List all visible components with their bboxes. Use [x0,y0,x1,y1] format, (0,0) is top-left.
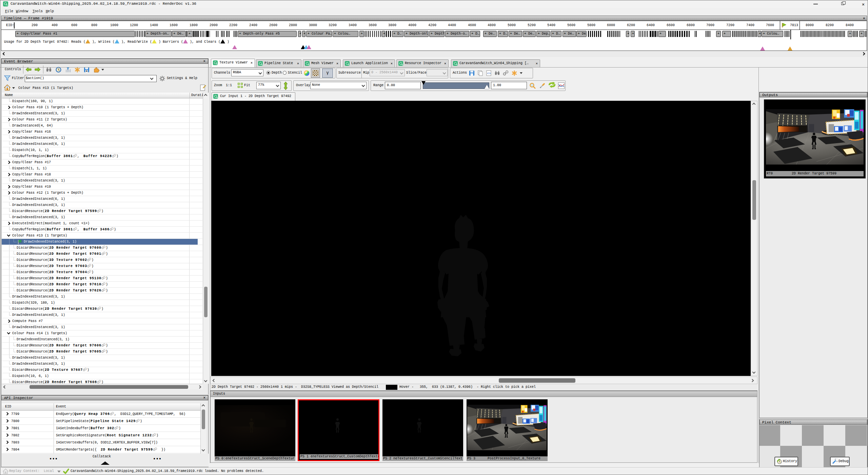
svg-text:<>: <> [487,72,491,75]
